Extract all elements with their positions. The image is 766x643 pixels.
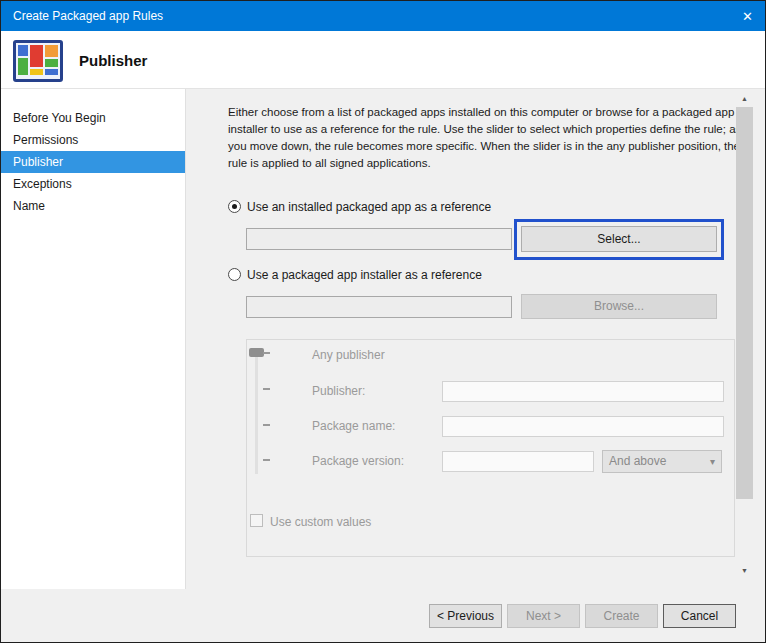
sidebar-item-publisher[interactable]: Publisher	[1, 151, 185, 173]
publisher-input	[442, 381, 724, 402]
package-version-input	[442, 451, 594, 472]
sidebar-item-permissions[interactable]: Permissions	[1, 129, 185, 151]
scroll-down-icon[interactable]: ▼	[736, 562, 753, 579]
close-icon[interactable]: ✕	[742, 9, 753, 24]
window-title: Create Packaged app Rules	[13, 9, 163, 23]
footer-bar: < Previous Next > Create Cancel	[1, 589, 765, 642]
version-mode-dropdown: And above ▾	[602, 450, 722, 473]
slider-tick	[263, 352, 270, 354]
browse-button[interactable]: Browse...	[521, 294, 717, 319]
slider-tick	[263, 459, 270, 461]
icon-tile	[30, 69, 43, 75]
package-name-input	[442, 416, 724, 437]
next-button[interactable]: Next >	[507, 604, 580, 628]
version-mode-value: And above	[609, 454, 666, 468]
icon-tile	[45, 45, 58, 57]
any-publisher-label: Any publisher	[312, 348, 385, 362]
sidebar-item-name[interactable]: Name	[1, 195, 185, 217]
installer-radio[interactable]	[228, 268, 241, 281]
sidebar-item-before-you-begin[interactable]: Before You Begin	[1, 107, 185, 129]
scrollbar-thumb[interactable]	[736, 107, 753, 499]
intro-text: Either choose from a list of packaged ap…	[228, 104, 744, 172]
previous-button[interactable]: < Previous	[429, 604, 502, 628]
slider-tick	[263, 388, 270, 390]
select-button[interactable]: Select...	[521, 226, 717, 252]
installer-radio-label[interactable]: Use a packaged app installer as a refere…	[247, 268, 482, 282]
installer-input[interactable]	[246, 296, 512, 318]
use-custom-values-label: Use custom values	[270, 515, 371, 529]
wizard-header: Publisher	[1, 31, 765, 89]
slider-tick	[263, 424, 270, 426]
packaged-app-icon	[13, 40, 63, 82]
installed-app-radio-label[interactable]: Use an installed packaged app as a refer…	[247, 200, 491, 214]
icon-tile	[18, 58, 28, 75]
publisher-field-label: Publisher:	[312, 384, 365, 398]
installed-app-radio[interactable]	[228, 200, 241, 213]
main-panel: Either choose from a list of packaged ap…	[186, 89, 765, 589]
icon-tile	[45, 69, 58, 75]
chevron-down-icon: ▾	[710, 451, 715, 472]
page-title: Publisher	[79, 52, 147, 69]
installed-app-input[interactable]	[246, 228, 512, 250]
package-name-label: Package name:	[312, 419, 395, 433]
create-button[interactable]: Create	[585, 604, 658, 628]
icon-tile	[45, 59, 58, 67]
scope-slider-track	[255, 352, 258, 474]
icon-tile	[30, 45, 43, 67]
icon-tile	[18, 45, 28, 56]
vertical-scrollbar[interactable]: ▲ ▼	[736, 90, 753, 579]
cancel-button[interactable]: Cancel	[663, 604, 736, 628]
rule-scope-group: Any publisher Publisher: Package name: P…	[246, 339, 735, 557]
scroll-up-icon[interactable]: ▲	[736, 90, 753, 107]
sidebar-item-exceptions[interactable]: Exceptions	[1, 173, 185, 195]
use-custom-values-checkbox	[250, 514, 263, 527]
scope-slider-thumb[interactable]	[249, 348, 264, 357]
package-version-label: Package version:	[312, 454, 404, 468]
wizard-steps-sidebar: Before You Begin Permissions Publisher E…	[1, 89, 186, 589]
create-packaged-app-rules-window: Create Packaged app Rules ✕ Publisher Be…	[0, 0, 766, 643]
titlebar: Create Packaged app Rules ✕	[1, 1, 765, 31]
